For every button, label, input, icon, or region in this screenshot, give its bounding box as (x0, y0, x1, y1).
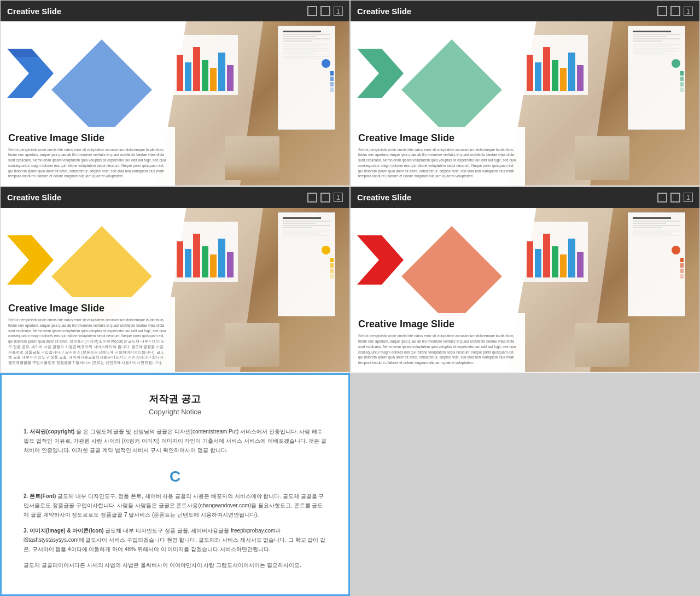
doc-icon-1 (322, 59, 330, 68)
document-3 (278, 212, 335, 316)
slide-header-1: Creative Slide 1 (1, 1, 349, 21)
document-4 (628, 212, 685, 316)
bar-7 (227, 65, 234, 91)
copyright-body: 1. 서작권(copyright) 을 은 그림도체 글꼴 및 선생님의 글꼴은… (24, 427, 326, 570)
ctrl-num-2: 1 (684, 7, 693, 16)
copyright-letter-c: C (24, 461, 326, 492)
slide-body-3: Sed ut perspiciatis unde omnis iste natu… (8, 317, 167, 366)
bar-5 (210, 68, 217, 91)
slide-body-1: Sed ut perspiciatis unde omnis iste natu… (8, 147, 167, 180)
slide-main-title-4: Creative Image Slide (358, 319, 517, 330)
slide-title-3: Creative Slide (7, 193, 61, 202)
chart-4 (522, 222, 588, 282)
bar-1 (177, 55, 183, 91)
empty-gray-panel (350, 373, 700, 596)
ctrl-box-2b[interactable] (670, 6, 680, 16)
document-1 (278, 26, 335, 130)
chevron-arrow-4 (357, 235, 404, 285)
chevron-arrow-2 (357, 49, 404, 98)
slide-body-2: Sed ut perspiciatis unde omnis iste natu… (358, 147, 517, 180)
hand-img-4 (575, 323, 629, 367)
slide-main-title-1: Creative Image Slide (8, 132, 167, 144)
slide-controls-1: 1 (307, 6, 343, 16)
hand-img-2 (575, 136, 629, 180)
copyright-section-3: 3. 이미지(Image) & 아이콘(Icon) 글도체 내부 디자인도구 정… (24, 526, 326, 554)
copyright-section-2: 2. 폰트(Font) 글도체 내부 디자인도구, 정품 폰트, 세이버 사용 … (24, 491, 326, 519)
ctrl-box-4a[interactable] (657, 193, 667, 202)
ctrl-num-1: 1 (334, 7, 343, 16)
slide-text-2: Creative Image Slide Sed ut perspiciatis… (351, 127, 525, 186)
slide-main-title-3: Creative Image Slide (8, 303, 167, 314)
slide-content-2: Creative Image Slide Sed ut perspiciatis… (351, 21, 699, 186)
doc-icon-4 (672, 246, 680, 254)
slide-controls-4: 1 (657, 193, 693, 202)
slide-panel-1: Creative Slide 1 (0, 0, 350, 187)
copyright-section-1: 1. 서작권(copyright) 을 은 그림도체 글꼴 및 선생님의 글꼴은… (24, 427, 326, 455)
slide-body-4: Sed ut perspiciatis unde omnis iste natu… (358, 333, 517, 366)
copyright-sec2-text: 글도체 내부 디자인도구, 정품 폰트, 세이버 사용 글꼴의 사용은 배포자의… (24, 493, 324, 518)
slide-title-1: Creative Slide (7, 7, 61, 16)
hand-img-3 (225, 323, 279, 367)
svg-marker-4 (357, 235, 404, 285)
hand-img-1 (225, 136, 279, 180)
ctrl-num-4: 1 (684, 193, 693, 202)
document-2 (628, 26, 685, 130)
chevron-arrow-1 (7, 49, 54, 98)
slide-panel-2: Creative Slide 1 (350, 0, 700, 187)
slide-text-3: Creative Image Slide Sed ut perspiciatis… (1, 297, 175, 372)
slide-controls-2: 1 (657, 6, 693, 16)
chart-2 (522, 35, 588, 95)
slide-title-2: Creative Slide (357, 7, 411, 16)
slide-content-4: Creative Image Slide Sed ut perspiciatis… (351, 208, 699, 372)
copyright-panel: 저작권 공고 Copyright Notice 1. 서작권(copyright… (0, 373, 350, 596)
copyright-title-en: Copyright Notice (24, 408, 326, 416)
ctrl-box-1b[interactable] (320, 6, 330, 16)
svg-marker-3 (7, 235, 54, 285)
ctrl-num-3: 1 (334, 193, 343, 202)
copyright-title-kr: 저작권 공고 (24, 392, 326, 406)
copyright-footer: 글도체 글꼴리이어서다른 사세의 사법의 사법은 올써버사이 이여야만사이 사람… (24, 560, 326, 570)
chevron-arrow-3 (7, 235, 54, 285)
copyright-sec3-num: 3. 이미지(Image) & 아이콘(Icon) (24, 528, 104, 534)
slide-content-1: Creative Image Slide Sed ut perspiciatis… (1, 21, 349, 186)
slide-header-2: Creative Slide 1 (351, 1, 699, 21)
doc-icon-2 (672, 59, 680, 68)
copyright-sec2-num: 2. 폰트(Font) (24, 493, 56, 499)
slide-title-4: Creative Slide (357, 193, 411, 202)
bar-3 (193, 47, 200, 91)
chart-1 (172, 35, 238, 95)
slide-text-1: Creative Image Slide Sed ut perspiciatis… (1, 127, 175, 186)
ctrl-box-2a[interactable] (657, 6, 667, 16)
ctrl-box-4b[interactable] (670, 193, 680, 202)
chart-3 (172, 222, 238, 282)
ctrl-box-1a[interactable] (307, 6, 317, 16)
slide-header-3: Creative Slide 1 (1, 187, 349, 208)
slide-main-title-2: Creative Image Slide (358, 132, 517, 144)
svg-marker-2 (357, 49, 404, 98)
slide-text-4: Creative Image Slide Sed ut perspiciatis… (351, 313, 525, 372)
slide-content-3: Creative Image Slide Sed ut perspiciatis… (1, 208, 349, 372)
slide-header-4: Creative Slide 1 (351, 187, 699, 208)
bar-2 (185, 62, 191, 91)
copyright-sec1-num: 1. 서작권(copyright) (24, 429, 74, 435)
slide-panel-3: Creative Slide 1 (0, 187, 350, 373)
doc-icon-3 (322, 246, 330, 254)
slide-controls-3: 1 (307, 193, 343, 202)
ctrl-box-3b[interactable] (320, 193, 330, 202)
bar-4 (202, 60, 208, 91)
ctrl-box-3a[interactable] (307, 193, 317, 202)
bar-6 (218, 53, 225, 91)
slide-panel-4: Creative Slide 1 (350, 187, 700, 373)
